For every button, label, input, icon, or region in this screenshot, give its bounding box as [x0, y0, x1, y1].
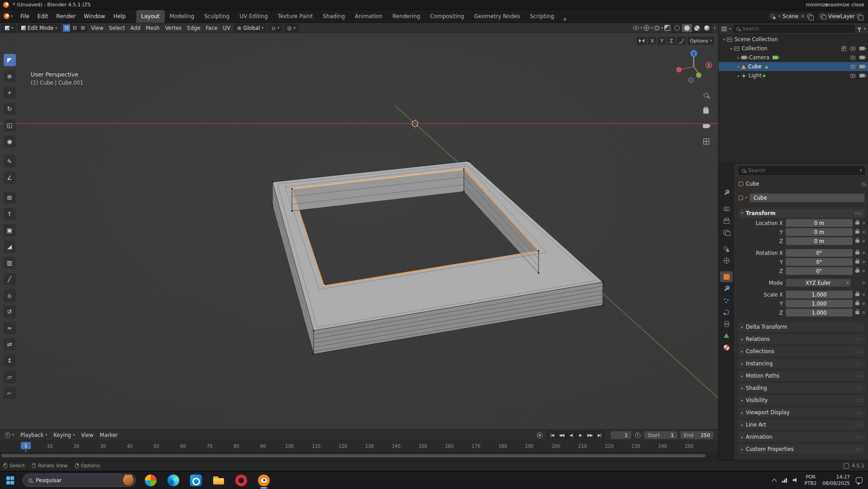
hidden-icons-chevron[interactable]: [772, 479, 777, 484]
value-field[interactable]: 1.000: [786, 291, 853, 298]
animate-property-dot[interactable]: [863, 293, 865, 296]
tool-annotate[interactable]: ✎: [4, 155, 16, 168]
workspace-tab-modeling[interactable]: Modeling: [165, 10, 200, 23]
timeline-editor-type-button[interactable]: ▾: [2, 432, 17, 438]
value-field[interactable]: 0 m: [786, 237, 853, 245]
3d-viewport-canvas[interactable]: Z X: [0, 23, 718, 429]
value-field[interactable]: 0°: [786, 258, 853, 266]
panel-visibility[interactable]: ▸Visibility∷∷: [739, 395, 865, 405]
unlink-scene-icon[interactable]: ×: [801, 13, 805, 19]
3d-viewport[interactable]: Z X ▾ Edit Mode ▾ ⊡⊟⊞ ViewSelectAddMeshV…: [0, 23, 718, 429]
mirror-x-toggle[interactable]: X: [648, 37, 656, 45]
outliner-search-input[interactable]: Search: [733, 25, 855, 33]
scrollbar-thumb[interactable]: [1, 454, 706, 457]
value-field[interactable]: 1.000: [786, 309, 853, 316]
menu-window[interactable]: Window: [80, 10, 109, 23]
menu-edit[interactable]: Edit: [33, 10, 52, 23]
shading-material-preview-button[interactable]: [692, 24, 702, 32]
taskbar-search-input[interactable]: Pesquisar: [23, 474, 136, 487]
panel-relations[interactable]: ▸Relations∷∷: [739, 334, 865, 344]
tool-inset-faces[interactable]: ▣: [4, 224, 16, 236]
mode-dropdown[interactable]: XYZ Euler▾: [786, 279, 851, 287]
lock-icon[interactable]: [855, 230, 859, 234]
tool-transform[interactable]: ◉: [4, 135, 16, 148]
tool-shrink-fatten[interactable]: ↕: [4, 355, 16, 367]
network-icon[interactable]: [782, 478, 787, 483]
disable-in-renders-icon[interactable]: [859, 65, 865, 68]
lock-icon[interactable]: [855, 260, 859, 264]
next-keyframe-button[interactable]: ▶▶: [585, 431, 595, 439]
panel-viewport-display[interactable]: ▸Viewport Display∷∷: [739, 408, 865, 417]
timeline-menu-view[interactable]: View: [78, 432, 96, 438]
maximize-button[interactable]: maximize: [827, 0, 848, 10]
clock[interactable]: 14:27 08/08/2025: [822, 474, 850, 486]
falloff-icon[interactable]: [677, 37, 686, 45]
panel-instancing[interactable]: ▸Instancing∷∷: [739, 359, 865, 369]
menu-help[interactable]: Help: [109, 10, 129, 23]
timeline-menu-keying[interactable]: Keying▾: [50, 432, 78, 438]
blender-menu-button[interactable]: ▾: [0, 13, 16, 19]
breadcrumb-object[interactable]: Cube: [746, 181, 759, 187]
show-overlays-icon[interactable]: [654, 25, 660, 31]
shading-wireframe-button[interactable]: [672, 24, 682, 32]
taskbar-app-edge[interactable]: [167, 472, 180, 489]
animate-property-dot[interactable]: [863, 282, 865, 284]
outliner-row-light[interactable]: ▸Light: [719, 71, 868, 80]
mode-selector[interactable]: Edit Mode ▾: [18, 24, 60, 32]
taskbar-app-copilot[interactable]: [144, 472, 157, 489]
tab-object-data-properties[interactable]: [720, 330, 733, 341]
tool-shear[interactable]: ▱: [4, 371, 16, 383]
tool-cursor[interactable]: ⊕: [4, 70, 16, 82]
lock-icon[interactable]: [855, 302, 859, 305]
value-field[interactable]: 0 m: [786, 228, 853, 236]
tab-modifiers-properties[interactable]: [720, 283, 733, 294]
tab-view-layer-properties[interactable]: [720, 227, 733, 238]
panel-grip-icon[interactable]: ∷∷: [855, 374, 862, 379]
panel-motion-paths[interactable]: ▸Motion Paths∷∷: [739, 371, 865, 381]
collection-checkbox[interactable]: [841, 46, 846, 51]
panel-collections[interactable]: ▸Collections∷∷: [739, 346, 865, 356]
search-highlight-image[interactable]: [123, 475, 134, 485]
panel-animation[interactable]: ▸Animation∷∷: [739, 432, 865, 442]
chevron-right-icon[interactable]: ▸: [736, 74, 741, 78]
workspace-tab-texture-paint[interactable]: Texture Paint: [273, 10, 318, 23]
outliner-row-cube[interactable]: ▸Cube: [719, 62, 868, 71]
hide-in-viewport-icon[interactable]: [850, 65, 856, 69]
tab-scene-properties[interactable]: [720, 243, 733, 254]
tool-loop-cut[interactable]: ▥: [4, 257, 16, 269]
value-field[interactable]: 0 m: [786, 219, 853, 227]
tab-output-properties[interactable]: [720, 215, 733, 226]
value-field[interactable]: 0°: [786, 249, 853, 257]
timeline-menu-playback[interactable]: Playback▾: [17, 432, 50, 438]
disable-in-renders-icon[interactable]: [859, 56, 865, 59]
workspace-tab-uv-editing[interactable]: UV Editing: [234, 10, 273, 23]
jump-to-start-button[interactable]: |◀: [547, 431, 557, 439]
tool-options-button[interactable]: Options ▾: [687, 37, 714, 45]
new-scene-icon[interactable]: [807, 14, 811, 18]
move-view-icon[interactable]: [701, 105, 711, 115]
scene-selector[interactable]: ▾ Scene ×: [768, 12, 814, 21]
tool-rotate[interactable]: ↻: [4, 103, 16, 115]
chevron-right-icon[interactable]: ▸: [736, 65, 741, 69]
panel-grip-icon[interactable]: ∷∷: [855, 337, 862, 342]
timeline-scrollbar[interactable]: [0, 452, 718, 460]
tool-extrude-region[interactable]: ↑: [4, 208, 16, 220]
panel-shading[interactable]: ▸Shading∷∷: [739, 383, 865, 393]
viewport-menu-edge[interactable]: Edge: [185, 25, 203, 31]
shading-rendered-button[interactable]: [702, 24, 712, 32]
outliner-row-scene-collection[interactable]: ▾Scene Collection: [719, 35, 868, 44]
workspace-tab-sculpting[interactable]: Sculpting: [199, 10, 234, 23]
disable-in-renders-icon[interactable]: [859, 74, 865, 77]
timeline-ruler[interactable]: 1 10203040506070809010011012013014015016…: [0, 441, 718, 452]
play-button[interactable]: ▶: [576, 431, 585, 439]
jump-to-end-button[interactable]: ▶|: [595, 431, 604, 439]
camera-view-icon[interactable]: [701, 121, 711, 131]
chevron-right-icon[interactable]: ▸: [736, 56, 741, 60]
frame-end-field[interactable]: End 250: [680, 431, 714, 439]
panel-grip-icon[interactable]: ∷∷: [855, 211, 862, 216]
workspace-tab-geometry-nodes[interactable]: Geometry Nodes: [469, 10, 525, 23]
minimize-button[interactable]: minimize: [807, 0, 827, 10]
timeline-menu-marker[interactable]: Marker: [96, 432, 121, 438]
workspace-tab-compositing[interactable]: Compositing: [425, 10, 469, 23]
lock-icon[interactable]: [855, 293, 859, 296]
